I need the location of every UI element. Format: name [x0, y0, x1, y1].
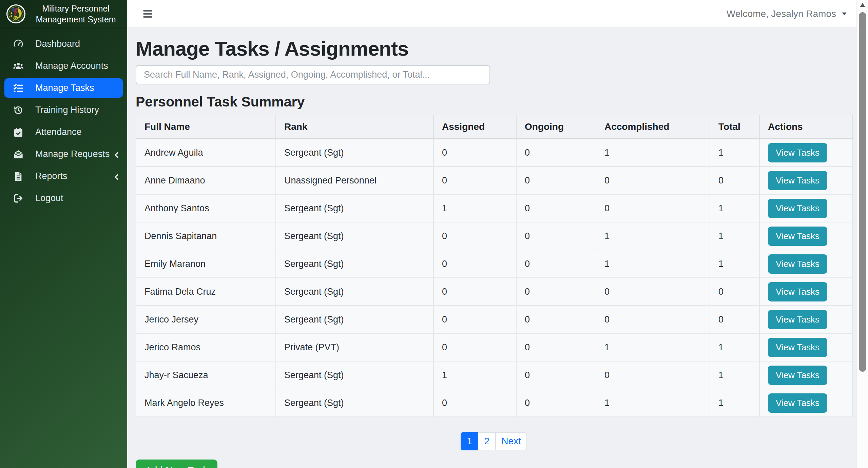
view-tasks-button[interactable]: View Tasks: [768, 282, 827, 301]
cell-accomplished: 1: [596, 139, 710, 167]
cell-ongoing: 0: [516, 222, 596, 250]
cell-full-name: Emily Maranon: [136, 250, 276, 278]
view-tasks-button[interactable]: View Tasks: [768, 143, 827, 162]
table-header-row: Full Name Rank Assigned Ongoing Accompli…: [136, 115, 852, 139]
app-title: Military Personnel Management System: [31, 3, 121, 25]
cell-rank: Unassigned Personnel: [276, 167, 433, 194]
sidebar-item-manage-tasks[interactable]: Manage Tasks: [4, 78, 123, 98]
section-heading: Personnel Task Summary: [136, 95, 856, 109]
cell-actions: View Tasks: [759, 167, 852, 194]
table-row: Emily Maranon Sergeant (Sgt) 0 0 1 1 Vie…: [136, 250, 852, 278]
column-header-accomplished: Accomplished: [596, 115, 710, 139]
cell-actions: View Tasks: [759, 361, 852, 389]
scrollbar-thumb[interactable]: [859, 12, 866, 372]
cell-full-name: Fatima Dela Cruz: [136, 278, 276, 306]
sidebar-item-label: Manage Requests: [35, 149, 113, 159]
sidebar-item-manage-requests[interactable]: Manage Requests: [0, 143, 127, 165]
sidebar-header: Military Personnel Management System: [0, 0, 127, 28]
cell-accomplished: 0: [596, 167, 710, 194]
cell-actions: View Tasks: [759, 278, 852, 306]
cell-accomplished: 1: [596, 389, 710, 417]
cell-assigned: 0: [433, 333, 516, 361]
sidebar-item-label: Dashboard: [35, 39, 120, 49]
gauge-icon: [13, 39, 28, 50]
cell-total: 1: [710, 139, 759, 167]
table-row: Anne Dimaano Unassigned Personnel 0 0 0 …: [136, 167, 852, 194]
sidebar-item-dashboard[interactable]: Dashboard: [0, 33, 127, 55]
cell-rank: Sergeant (Sgt): [276, 389, 433, 417]
scroll-down-button[interactable]: [858, 466, 867, 468]
column-header-ongoing: Ongoing: [516, 115, 596, 139]
view-tasks-button[interactable]: View Tasks: [768, 199, 827, 218]
cell-ongoing: 0: [516, 389, 596, 417]
add-new-task-button[interactable]: Add New Task: [136, 460, 217, 468]
cell-accomplished: 0: [596, 278, 710, 306]
sidebar-item-label: Manage Tasks: [35, 83, 116, 93]
sidebar-item-training-history[interactable]: Training History: [0, 99, 127, 121]
main-content: Manage Tasks / Assignments Personnel Tas…: [127, 28, 856, 468]
cell-assigned: 0: [433, 167, 516, 194]
file-alt-icon: [13, 171, 28, 182]
cell-assigned: 0: [433, 278, 516, 306]
cell-actions: View Tasks: [759, 222, 852, 250]
welcome-text: Welcome, Jesalyn Ramos: [727, 8, 836, 19]
cell-total: 1: [710, 194, 759, 222]
cell-assigned: 1: [433, 194, 516, 222]
cell-rank: Sergeant (Sgt): [276, 222, 433, 250]
cell-rank: Private (PVT): [276, 333, 433, 361]
pagination-next[interactable]: Next: [496, 432, 527, 450]
search-input[interactable]: [136, 65, 490, 84]
scroll-up-button[interactable]: [857, 0, 868, 10]
pagination-page-1[interactable]: 1: [461, 432, 478, 450]
view-tasks-button[interactable]: View Tasks: [768, 171, 827, 190]
sidebar-item-reports[interactable]: Reports: [0, 165, 127, 187]
sidebar-item-label: Attendance: [35, 127, 120, 137]
cell-actions: View Tasks: [759, 389, 852, 417]
cell-full-name: Anthony Santos: [136, 194, 276, 222]
cell-actions: View Tasks: [759, 194, 852, 222]
caret-down-icon: [841, 11, 848, 17]
envelope-open-text-icon: [13, 149, 28, 160]
sidebar-toggle-button[interactable]: [142, 6, 153, 21]
cell-full-name: Anne Dimaano: [136, 167, 276, 194]
cell-full-name: Dennis Sapitanan: [136, 222, 276, 250]
cell-assigned: 0: [433, 222, 516, 250]
cell-accomplished: 0: [596, 306, 710, 333]
view-tasks-button[interactable]: View Tasks: [768, 393, 827, 413]
view-tasks-button[interactable]: View Tasks: [768, 366, 827, 385]
history-icon: [13, 105, 28, 116]
cell-total: 0: [710, 306, 759, 333]
cell-total: 1: [710, 389, 759, 417]
sidebar: Military Personnel Management System Das…: [0, 0, 127, 468]
cell-ongoing: 0: [516, 333, 596, 361]
personnel-task-table: Full Name Rank Assigned Ongoing Accompli…: [136, 115, 853, 417]
view-tasks-button[interactable]: View Tasks: [768, 227, 827, 246]
view-tasks-button[interactable]: View Tasks: [768, 254, 827, 274]
chevron-left-icon: [113, 151, 120, 158]
cell-total: 1: [710, 250, 759, 278]
table-row: Jerico Jersey Sergeant (Sgt) 0 0 0 0 Vie…: [136, 306, 852, 333]
view-tasks-button[interactable]: View Tasks: [768, 310, 827, 329]
cell-rank: Sergeant (Sgt): [276, 194, 433, 222]
cell-full-name: Jerico Ramos: [136, 333, 276, 361]
table-row: Fatima Dela Cruz Sergeant (Sgt) 0 0 0 0 …: [136, 278, 852, 306]
column-header-actions: Actions: [759, 115, 852, 139]
app-logo-icon: [6, 4, 26, 24]
column-header-assigned: Assigned: [433, 115, 516, 139]
cell-actions: View Tasks: [759, 250, 852, 278]
sidebar-item-attendance[interactable]: Attendance: [0, 121, 127, 143]
view-tasks-button[interactable]: View Tasks: [768, 338, 827, 357]
sidebar-item-logout[interactable]: Logout: [0, 187, 127, 209]
table-row: Dennis Sapitanan Sergeant (Sgt) 0 0 1 1 …: [136, 222, 852, 250]
user-menu[interactable]: Welcome, Jesalyn Ramos: [727, 8, 848, 19]
topbar: Welcome, Jesalyn Ramos: [127, 0, 856, 28]
cell-assigned: 0: [433, 250, 516, 278]
cell-rank: Sergeant (Sgt): [276, 250, 433, 278]
sidebar-nav: Dashboard Manage Accounts: [0, 28, 127, 209]
pagination-page-2[interactable]: 2: [478, 432, 496, 450]
users-icon: [13, 61, 28, 72]
sidebar-item-manage-accounts[interactable]: Manage Accounts: [0, 55, 127, 77]
table-row: Mark Angelo Reyes Sergeant (Sgt) 0 0 1 1…: [136, 389, 852, 417]
cell-accomplished: 1: [596, 333, 710, 361]
chevron-left-icon: [113, 173, 120, 180]
